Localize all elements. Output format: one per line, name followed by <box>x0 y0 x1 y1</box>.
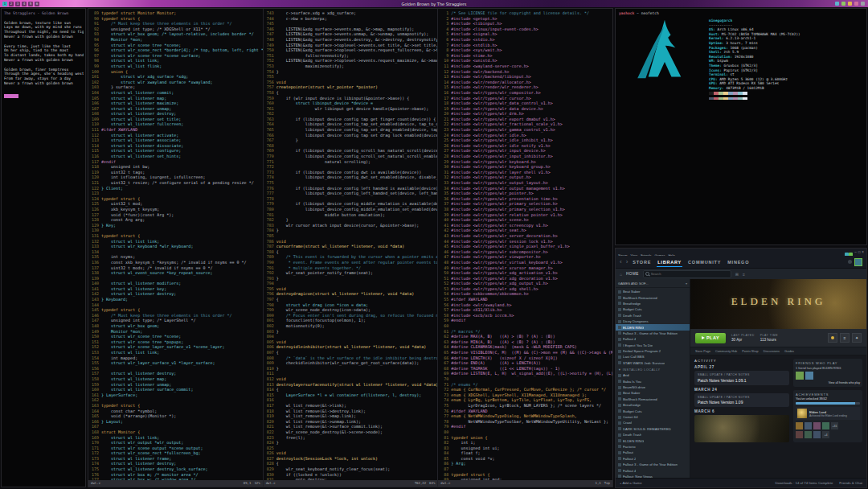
sidebar-game[interactable]: ELDEN RING <box>616 438 690 443</box>
nav-tab-library[interactable]: LIBRARY <box>657 257 682 267</box>
subnav-link[interactable]: Discussions <box>764 350 780 353</box>
sidebar-game[interactable]: Breathedge <box>616 402 690 408</box>
view-all-friends-link[interactable]: View all friends who play <box>796 381 860 384</box>
game-hero[interactable]: ELDEN RING <box>690 279 866 329</box>
sidebar-game[interactable]: I Expect You To Die <box>616 343 690 348</box>
sidebar-game[interactable]: DARK SOULS: REMASTERED <box>616 426 690 432</box>
sidebar-game[interactable]: ELDEN RING <box>616 324 690 330</box>
info-value: AMD ATI Radeon RX 580 Series <box>718 81 780 85</box>
sidebar-game[interactable]: Budget Cuts <box>616 408 690 413</box>
play-button[interactable]: PLAY <box>695 333 726 343</box>
line-number: 30 <box>438 164 451 170</box>
sidebar-game[interactable]: BeamNG.drive <box>616 384 690 390</box>
code-text: #include <wlr/types/wlr_primary_selectio… <box>451 207 612 212</box>
activity-image-card[interactable] <box>694 415 789 442</box>
code-line: 116 struct wl_listener set_hints; <box>88 154 263 159</box>
achievement-icon[interactable] <box>813 431 821 438</box>
lyrics-terminal[interactable]: The Stragglers - Golden Brown Golden bro… <box>1 8 86 487</box>
friend-avatar[interactable] <box>796 372 804 380</box>
nav-tab-minego[interactable]: MINEGO <box>727 257 750 267</box>
subnav-link[interactable]: Guides <box>784 350 794 353</box>
search-input[interactable] <box>651 272 729 276</box>
subnav-link[interactable]: Points Shop <box>742 350 758 353</box>
sidebar-game[interactable]: Fallout 2 <box>616 456 690 462</box>
stats-icon[interactable]: ≡ <box>840 333 850 343</box>
sidebar-filter[interactable]: GAMES AND SOF... ▾ <box>616 279 690 288</box>
patch-notes-card[interactable]: SMALL UPDATE / PATCH NOTESPatch Notes Ve… <box>694 393 789 408</box>
sidebar-game[interactable]: Fallout 4 <box>616 467 690 473</box>
friend-avatar[interactable] <box>805 372 813 380</box>
achievement-icon[interactable] <box>805 422 812 429</box>
minimize-button[interactable]: – <box>854 250 857 254</box>
sidebar-game[interactable]: Dicey Dungeons <box>616 318 690 324</box>
code-text: const void *v; <box>451 456 612 462</box>
sidebar-game[interactable]: Arid <box>616 372 690 378</box>
back-icon[interactable]: ‹ <box>620 258 622 266</box>
sidebar-game[interactable]: BioShock Remastered <box>616 397 690 402</box>
achievement-icon[interactable] <box>796 422 803 429</box>
line-number: 163 <box>88 403 101 409</box>
sidebar-game[interactable]: Beat Saber <box>616 289 690 294</box>
maximize-button[interactable]: □ <box>858 250 861 254</box>
editor-pane-2[interactable]: 743 c->surface.xdg = xdg_surface;744 c->… <box>263 9 438 487</box>
settings-gear-icon[interactable]: ✦ <box>852 333 862 343</box>
code-editor[interactable]: 89typedef struct Monitor Monitor;90typed… <box>88 8 613 487</box>
list-view-icon[interactable]: ≡ <box>743 272 745 277</box>
friends-chat-button[interactable]: Friends & Chat <box>839 481 862 485</box>
forward-icon[interactable]: › <box>626 258 628 266</box>
nav-tab-store[interactable]: STORE <box>632 257 652 267</box>
nav-tab-community[interactable]: COMMUNITY <box>687 257 722 267</box>
featured-achievement[interactable]: Elden Lord Achieved the Elden Lord endin… <box>796 407 860 420</box>
sidebar-game[interactable]: Beat Saber <box>616 390 690 396</box>
sidebar-game[interactable]: Baba Is You <box>616 378 690 384</box>
sidebar-game[interactable]: Death Trash <box>616 432 690 438</box>
achievements-more[interactable]: +31 <box>831 422 838 429</box>
sidebar-game[interactable]: Crawl <box>616 420 690 425</box>
achievement-icon[interactable] <box>822 422 829 429</box>
sidebar-game[interactable]: Fallout 3 - Game of the Year Edition <box>616 331 690 336</box>
grid-view-icon[interactable]: ⊞ <box>735 272 739 277</box>
editor-pane-3[interactable]: 1/* See LICENSE file for copyright and l… <box>437 9 612 487</box>
subnav-link[interactable]: Store Page <box>695 350 710 353</box>
notification-icon[interactable] <box>854 2 858 6</box>
sidebar-game[interactable]: Fallout <box>616 450 690 455</box>
sidebar-game[interactable]: Breathedge <box>616 301 690 306</box>
editor-pane-1[interactable]: 89typedef struct Monitor Monitor;90typed… <box>88 9 263 487</box>
power-icon[interactable] <box>861 2 865 6</box>
code-line: 158 struct wl_listener map; <box>88 376 263 382</box>
close-button[interactable]: × <box>862 250 864 254</box>
neofetch-terminal[interactable]: yashock ~ neofetch minego@arch ---------… <box>615 8 867 245</box>
game-icon <box>618 355 621 359</box>
home-label[interactable]: HOME <box>626 272 639 276</box>
sidebar-game[interactable]: Kerbal Space Program 2 <box>616 348 690 354</box>
code-text: struct wl_listener associate; <box>101 138 263 143</box>
subnav-link[interactable]: Community Hub <box>715 350 737 353</box>
network-icon[interactable] <box>835 2 839 6</box>
sidebar-game[interactable]: Comet 64 <box>616 414 690 420</box>
sidebar-game[interactable]: Budget Cuts <box>616 306 690 312</box>
game-title: Last Call BBS <box>623 355 645 359</box>
achievements-more[interactable]: +4 <box>822 431 829 438</box>
sidebar-game[interactable]: Factorio <box>616 444 690 450</box>
user-avatar[interactable] <box>854 258 862 266</box>
volume-icon[interactable] <box>841 2 845 6</box>
achievement-icon[interactable] <box>813 422 821 429</box>
sidebar-game[interactable]: STAR WARS Jedi: Survivor <box>616 360 690 366</box>
battery-icon[interactable] <box>848 2 852 6</box>
sidebar-game[interactable]: Last Call BBS <box>616 354 690 360</box>
sidebar-game[interactable]: Fallout 3 - Game of the Year Edition <box>616 462 690 467</box>
code-line: 123 <box>88 191 263 196</box>
sidebar-game[interactable]: BioShock Remastered <box>616 294 690 300</box>
achievement-icon[interactable] <box>805 431 812 438</box>
add-game-button[interactable]: + Add a Game <box>620 481 642 485</box>
notifications-icon[interactable] <box>848 260 852 264</box>
achievement-icon[interactable] <box>796 431 803 438</box>
sidebar-game[interactable]: Fallout 4 <box>616 336 690 342</box>
achievements-icon[interactable] <box>828 333 837 343</box>
library-search[interactable] <box>643 270 731 278</box>
sidebar-game[interactable]: Death Trash <box>616 313 690 318</box>
patch-notes-card[interactable]: SMALL UPDATE / PATCH NOTESPatch Notes Ve… <box>694 371 789 385</box>
home-icon[interactable]: ⌂ <box>620 272 622 277</box>
info-value: 1068 (pacman) <box>728 46 758 50</box>
downloads-status[interactable]: Downloads · 14 of 74 Items Complete <box>775 481 833 485</box>
